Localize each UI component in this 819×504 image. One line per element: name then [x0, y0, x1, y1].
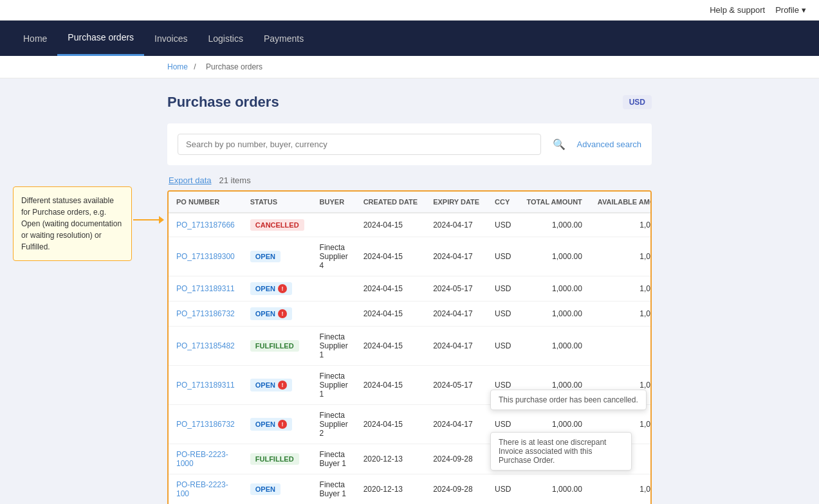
expiry-date-cell: 2024-05-17: [425, 276, 487, 302]
status-badge: OPEN: [250, 483, 281, 495]
advanced-search-link[interactable]: Advanced search: [577, 140, 641, 149]
table-row: PO-REB-2223-100 OPEN Finecta Buyer 1 202…: [169, 474, 652, 505]
po-number-cell: PO_1713189311: [169, 366, 243, 405]
po-link[interactable]: PO_1713187666: [176, 221, 235, 230]
created-date-cell: 2020-12-13: [356, 474, 426, 505]
po-link[interactable]: PO_1713189300: [176, 252, 235, 261]
created-date-cell: 2024-04-15: [356, 237, 426, 276]
arrow-line: [133, 219, 159, 221]
expiry-date-cell: 2024-04-17: [425, 302, 487, 327]
expiry-date-cell: 2024-09-28: [425, 474, 487, 505]
created-date-cell: 2024-04-15: [356, 366, 426, 405]
buyer-cell: Finecta Supplier 2: [312, 405, 356, 444]
total-amount-cell: 1,000.00: [519, 302, 589, 327]
po-link[interactable]: PO_1713185482: [176, 341, 235, 350]
col-total-amount: TOTAL AMOUNT: [519, 192, 589, 213]
nav-home[interactable]: Home: [13, 22, 57, 55]
warn-icon: !: [278, 309, 287, 318]
expiry-date-cell: 2024-09-28: [425, 444, 487, 474]
table-header-row: PO NUMBER STATUS BUYER CREATED DATE EXPI…: [169, 192, 652, 213]
warn-icon: !: [278, 381, 287, 390]
breadcrumb-separator: /: [194, 62, 196, 71]
total-amount-cell: 1,000.00: [519, 237, 589, 276]
ccy-cell: USD: [487, 213, 519, 237]
ccy-cell: USD: [487, 474, 519, 505]
col-status: STATUS: [243, 192, 312, 213]
search-icon: 🔍: [553, 139, 566, 150]
table-row: PO_1713186732 OPEN! 2024-04-15 2024-04-1…: [169, 302, 652, 327]
profile-button[interactable]: Profile ▾: [775, 5, 806, 15]
nav-payments[interactable]: Payments: [253, 22, 314, 55]
export-data-button[interactable]: Export data: [169, 176, 212, 185]
available-amount-cell: 1,000.00: [590, 474, 652, 505]
available-amount-cell: 1,000.00: [590, 276, 652, 302]
available-amount-cell: 0.00: [590, 327, 652, 366]
annotation-text: Different statuses available for Purchas…: [21, 196, 122, 251]
col-created-date: CREATED DATE: [356, 192, 426, 213]
po-link[interactable]: PO_1713186732: [176, 420, 235, 429]
created-date-cell: 2024-04-15: [356, 213, 426, 237]
created-date-cell: 2024-04-15: [356, 327, 426, 366]
total-amount-cell: 1,000.00: [519, 474, 589, 505]
expiry-date-cell: 2024-05-17: [425, 366, 487, 405]
warn-icon: !: [278, 284, 287, 293]
breadcrumb-current: Purchase orders: [206, 62, 262, 71]
status-cell: OPEN: [243, 474, 312, 505]
table-row: PO_1713189311 OPEN! 2024-04-15 2024-05-1…: [169, 276, 652, 302]
po-link[interactable]: PO_1713189311: [176, 284, 235, 293]
search-button[interactable]: 🔍: [548, 136, 571, 153]
tooltip-discrepant: There is at least one discrepant Invoice…: [490, 432, 632, 471]
nav-logistics[interactable]: Logistics: [198, 22, 253, 55]
po-link[interactable]: PO_1713186732: [176, 309, 235, 318]
buyer-cell: Finecta Supplier 4: [312, 237, 356, 276]
total-amount-cell: 1,000.00: [519, 213, 589, 237]
po-number-cell: PO_1713185482: [169, 327, 243, 366]
po-number-cell: PO_1713189300: [169, 237, 243, 276]
annotation-box: Different statuses available for Purchas…: [13, 186, 132, 261]
col-ccy: CCY: [487, 192, 519, 213]
status-badge: OPEN: [250, 251, 281, 262]
tooltip-cancelled: This purchase order has been cancelled.: [490, 390, 647, 410]
created-date-cell: 2024-04-15: [356, 302, 426, 327]
expiry-date-cell: 2024-04-17: [425, 237, 487, 276]
col-po-number: PO NUMBER: [169, 192, 243, 213]
status-badge: OPEN!: [250, 282, 292, 295]
created-date-cell: 2024-04-15: [356, 276, 426, 302]
buyer-cell: [312, 302, 356, 327]
page-title: Purchase orders: [167, 94, 279, 111]
status-cell: OPEN!: [243, 366, 312, 405]
table-container: PO NUMBER STATUS BUYER CREATED DATE EXPI…: [167, 190, 652, 504]
po-number-cell: PO_1713186732: [169, 405, 243, 444]
help-support-link[interactable]: Help & support: [710, 5, 765, 15]
status-cell: CANCELLED: [243, 213, 312, 237]
available-amount-cell: 1,000.00: [590, 302, 652, 327]
available-amount-cell: 1,000.00: [590, 237, 652, 276]
available-amount-cell: 1,000.00: [590, 213, 652, 237]
nav-purchase-orders[interactable]: Purchase orders: [57, 21, 144, 56]
warn-icon: !: [278, 420, 287, 429]
buyer-cell: [312, 213, 356, 237]
col-buyer: BUYER: [312, 192, 356, 213]
status-cell: FULFILLED: [243, 327, 312, 366]
po-link[interactable]: PO_1713189311: [176, 381, 235, 390]
ccy-cell: USD: [487, 327, 519, 366]
table-row: PO_1713187666 CANCELLED 2024-04-15 2024-…: [169, 213, 652, 237]
status-badge: FULFILLED: [250, 453, 299, 465]
po-link[interactable]: PO-REB-2223-1000: [176, 450, 228, 468]
ccy-cell: USD: [487, 237, 519, 276]
created-date-cell: 2024-04-15: [356, 405, 426, 444]
buyer-cell: Finecta Buyer 1: [312, 474, 356, 505]
status-badge: CANCELLED: [250, 219, 304, 231]
status-badge: OPEN!: [250, 307, 292, 320]
table-toolbar: Export data 21 items: [167, 176, 652, 185]
breadcrumb-home[interactable]: Home: [167, 62, 188, 71]
po-number-cell: PO-REB-2223-1000: [169, 444, 243, 474]
profile-label: Profile: [775, 5, 799, 15]
main-nav: Home Purchase orders Invoices Logistics …: [0, 21, 819, 56]
arrow-head: [159, 216, 164, 224]
search-input[interactable]: [178, 134, 541, 155]
annotation-arrow: [133, 216, 164, 224]
po-link[interactable]: PO-REB-2223-100: [176, 480, 228, 498]
buyer-cell: Finecta Supplier 1: [312, 327, 356, 366]
nav-invoices[interactable]: Invoices: [144, 22, 198, 55]
